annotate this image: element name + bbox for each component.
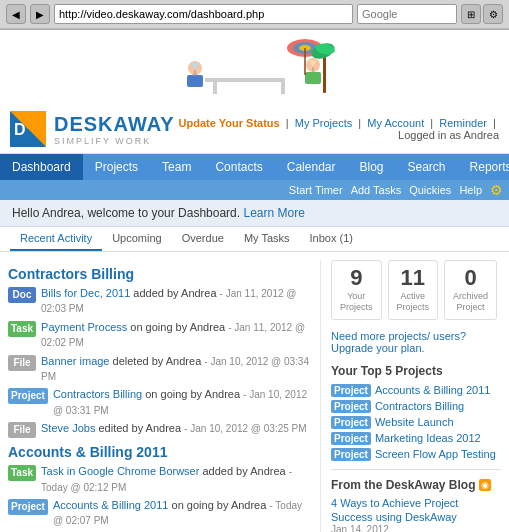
activity-action: on going by Andrea	[130, 321, 225, 333]
activity-text: Banner image deleted by Andrea - Jan 10,…	[41, 354, 310, 385]
stat-label-archived: ArchivedProject	[453, 291, 488, 313]
page-button[interactable]: ⊞	[461, 4, 481, 24]
upgrade-link[interactable]: Need more projects/ users? Upgrade your …	[331, 330, 466, 354]
nav-item-search[interactable]: Search	[396, 154, 458, 180]
illustration-bar	[0, 30, 509, 105]
tab-my-tasks[interactable]: My Tasks	[234, 227, 300, 251]
my-account-link[interactable]: My Account	[367, 117, 424, 129]
start-timer-link[interactable]: Start Timer	[289, 184, 343, 196]
list-item: Doc Bills for Dec, 2011 added by Andrea …	[8, 286, 310, 317]
badge-project: Project	[8, 388, 48, 404]
stats-row: 9 YourProjects 11 ActiveProjects 0 Archi…	[331, 260, 501, 320]
badge-file: File	[8, 422, 36, 438]
blog-section: From the DeskAway Blog ◉ 4 Ways to Achie…	[331, 469, 501, 532]
badge-project: Project	[331, 416, 371, 429]
settings-gear-icon[interactable]: ⚙	[490, 182, 503, 198]
upgrade-text: Need more projects/ users? Upgrade your …	[331, 330, 501, 354]
main-content: Contractors Billing Doc Bills for Dec, 2…	[0, 252, 509, 532]
learn-more-link[interactable]: Learn More	[243, 206, 304, 220]
top-projects-title: Your Top 5 Projects	[331, 364, 501, 378]
list-item: Project Contractors Billing on going by …	[8, 387, 310, 418]
activity-text: Steve Jobs edited by Andrea - Jan 10, 20…	[41, 421, 307, 436]
list-item: File Steve Jobs edited by Andrea - Jan 1…	[8, 421, 310, 438]
stat-label-active: ActiveProjects	[397, 291, 430, 313]
project-link[interactable]: Website Launch	[375, 416, 454, 428]
address-bar[interactable]	[54, 4, 353, 24]
activity-text: Accounts & Billing 2011 on going by Andr…	[53, 498, 310, 529]
svg-rect-0	[205, 78, 285, 82]
blog-post-date: Jan 14, 2012	[331, 524, 501, 532]
project-link[interactable]: Marketing Ideas 2012	[375, 432, 481, 444]
header-links: Update Your Status | My Projects | My Ac…	[175, 117, 499, 141]
illustration-svg	[165, 33, 345, 103]
blog-post-link[interactable]: 4 Ways to Achieve Project Success using …	[331, 497, 458, 523]
badge-project: Project	[331, 448, 371, 461]
list-item: Task Payment Process on going by Andrea …	[8, 320, 310, 351]
nav-item-projects[interactable]: Projects	[83, 154, 150, 180]
nav-item-team[interactable]: Team	[150, 154, 203, 180]
search-input[interactable]	[357, 4, 457, 24]
my-projects-link[interactable]: My Projects	[295, 117, 352, 129]
update-status-link[interactable]: Update Your Status	[179, 117, 280, 129]
stat-number-archived: 0	[453, 267, 488, 289]
nav-item-reports[interactable]: Reports	[458, 154, 509, 180]
activity-link[interactable]: Accounts & Billing 2011	[53, 499, 169, 511]
activity-link[interactable]: Bills for Dec, 2011	[41, 287, 130, 299]
welcome-bar: Hello Andrea, welcome to your Dashboard.…	[0, 200, 509, 227]
back-button[interactable]: ◀	[6, 4, 26, 24]
activity-text: Payment Process on going by Andrea - Jan…	[41, 320, 310, 351]
quickies-link[interactable]: Quickies	[409, 184, 451, 196]
app-header: D DESKAWAY SIMPLIFY WORK Update Your Sta…	[0, 105, 509, 154]
stat-active-projects: 11 ActiveProjects	[388, 260, 439, 320]
activity-action: deleted by Andrea	[113, 355, 202, 367]
tab-overdue[interactable]: Overdue	[172, 227, 234, 251]
project-link[interactable]: Contractors Billing	[375, 400, 464, 412]
help-link[interactable]: Help	[459, 184, 482, 196]
badge-project: Project	[331, 432, 371, 445]
top-project-item: Project Accounts & Billing 2011	[331, 383, 501, 397]
activity-action: on going by Andrea	[145, 388, 240, 400]
activity-link[interactable]: Banner image	[41, 355, 110, 367]
activity-link[interactable]: Payment Process	[41, 321, 127, 333]
list-item: Project Accounts & Billing 2011 on going…	[8, 498, 310, 529]
main-nav: Dashboard Projects Team Contacts Calenda…	[0, 154, 509, 180]
nav-item-blog[interactable]: Blog	[347, 154, 395, 180]
reminder-link[interactable]: Reminder	[439, 117, 487, 129]
tab-upcoming[interactable]: Upcoming	[102, 227, 172, 251]
nav-item-dashboard[interactable]: Dashboard	[0, 154, 83, 180]
welcome-text: Hello Andrea, welcome to your Dashboard.	[12, 206, 240, 220]
logo-area: D DESKAWAY SIMPLIFY WORK	[10, 111, 175, 147]
badge-project: Project	[331, 400, 371, 413]
list-item: Task Task in Google Chrome Borwser added…	[8, 464, 310, 495]
tab-inbox[interactable]: Inbox (1)	[300, 227, 363, 251]
browser-chrome: ◀ ▶ ⊞ ⚙	[0, 0, 509, 30]
activity-link[interactable]: Steve Jobs	[41, 422, 95, 434]
activity-text: Bills for Dec, 2011 added by Andrea - Ja…	[41, 286, 310, 317]
stat-archived: 0 ArchivedProject	[444, 260, 497, 320]
sub-nav: Start Timer Add Tasks Quickies Help ⚙	[0, 180, 509, 200]
section-accounts-billing[interactable]: Accounts & Billing 2011	[8, 444, 310, 460]
project-link[interactable]: Screen Flow App Testing	[375, 448, 496, 460]
tab-recent-activity[interactable]: Recent Activity	[10, 227, 102, 251]
project-link[interactable]: Accounts & Billing 2011	[375, 384, 491, 396]
badge-doc: Doc	[8, 287, 36, 303]
top-project-item: Project Screen Flow App Testing	[331, 447, 501, 461]
activity-link[interactable]: Contractors Billing	[53, 388, 142, 400]
settings-button[interactable]: ⚙	[483, 4, 503, 24]
badge-project: Project	[8, 499, 48, 515]
tabs-bar: Recent Activity Upcoming Overdue My Task…	[0, 227, 509, 252]
add-tasks-link[interactable]: Add Tasks	[351, 184, 402, 196]
svg-rect-16	[323, 53, 326, 93]
activity-date: - Jan 10, 2012 @ 03:25 PM	[184, 423, 306, 434]
logo-name: DESKAWAY	[54, 113, 175, 136]
nav-item-calendar[interactable]: Calendar	[275, 154, 348, 180]
forward-button[interactable]: ▶	[30, 4, 50, 24]
logo-text: DESKAWAY SIMPLIFY WORK	[54, 113, 175, 146]
list-item: File Banner image deleted by Andrea - Ja…	[8, 354, 310, 385]
stat-your-projects: 9 YourProjects	[331, 260, 382, 320]
activity-link[interactable]: Task in Google Chrome Borwser	[41, 465, 199, 477]
section-contractors-billing[interactable]: Contractors Billing	[8, 266, 310, 282]
rss-icon: ◉	[479, 479, 491, 491]
nav-item-contacts[interactable]: Contacts	[203, 154, 274, 180]
activity-text: Contractors Billing on going by Andrea -…	[53, 387, 310, 418]
